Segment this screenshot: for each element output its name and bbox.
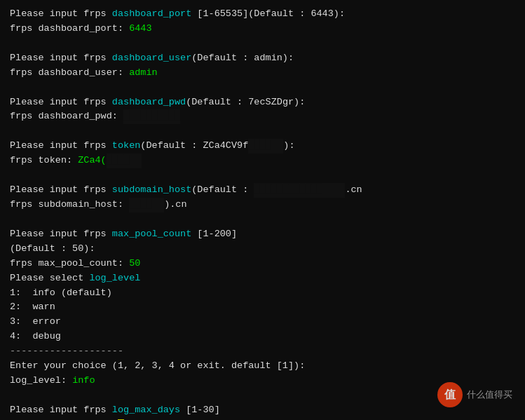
- line-18: frps max_pool_count: 50: [10, 257, 515, 271]
- blank-4: [10, 168, 515, 183]
- line-24: --------------------: [10, 344, 515, 359]
- line-4: Please input frps dashboard_user(Default…: [10, 51, 515, 66]
- blank-3: [10, 124, 515, 139]
- line-10: Please input frps token(Default : ZCa4CV…: [10, 139, 515, 154]
- line-13: Please input frps subdomain_host(Default…: [10, 183, 515, 198]
- line-20: 1: info (default): [10, 286, 515, 301]
- line-17: (Default : 50):: [10, 242, 515, 257]
- line-8: frps dashboard_pwd: ██████████: [10, 109, 515, 124]
- line-25: Enter your choice (1, 2, 3, 4 or exit. d…: [10, 359, 515, 374]
- line-21: 2: warn: [10, 300, 515, 315]
- watermark: 值 什么值得买: [437, 382, 512, 407]
- terminal: Please input frps dashboard_port [1-6553…: [0, 0, 525, 420]
- watermark-logo: 值: [437, 382, 463, 407]
- line-19: Please select log_level: [10, 271, 515, 286]
- watermark-text: 什么值得买: [467, 389, 512, 401]
- blank-5: [10, 212, 515, 227]
- line-16: Please input frps max_pool_count [1-200]: [10, 227, 515, 242]
- line-1: Please input frps dashboard_port [1-6553…: [10, 7, 515, 22]
- line-11: frps token: ZCa4(████: [10, 154, 515, 168]
- line-23: 4: debug: [10, 330, 515, 344]
- line-5: frps dashboard_user: admin: [10, 66, 515, 81]
- line-2: frps dashboard_port: 6443: [10, 22, 515, 36]
- line-7: Please input frps dashboard_pwd(Default …: [10, 95, 515, 110]
- blank-2: [10, 81, 515, 95]
- line-14: frps subdomain_host: ████).cn: [10, 198, 515, 212]
- line-22: 3: error: [10, 315, 515, 330]
- blank-1: [10, 36, 515, 51]
